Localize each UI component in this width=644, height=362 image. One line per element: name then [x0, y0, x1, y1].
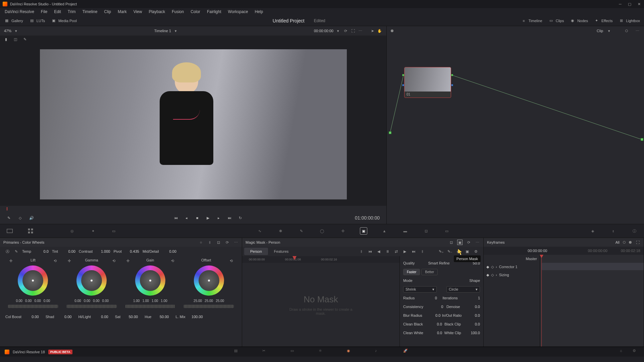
- kf-sizing-label[interactable]: Sizing: [499, 273, 509, 277]
- mm-overlay-icon[interactable]: ▣: [457, 240, 463, 245]
- node-graph[interactable]: 01: [387, 36, 644, 223]
- offset-reset-icon[interactable]: ⟲: [228, 258, 234, 263]
- image-wipe-icon[interactable]: ▮: [3, 37, 9, 42]
- menu-color[interactable]: Color: [191, 9, 200, 14]
- menu-app[interactable]: DaVinci Resolve: [5, 9, 34, 14]
- reset-icon[interactable]: ⟳: [224, 240, 230, 245]
- bars-mode-icon[interactable]: ⦀: [207, 240, 212, 245]
- mm-both-icon[interactable]: ⇄: [393, 249, 399, 254]
- key-icon[interactable]: ▬: [401, 227, 409, 235]
- mm-last-icon[interactable]: ⦀: [420, 249, 425, 254]
- stop-button[interactable]: ■: [194, 215, 201, 221]
- keyframe-mode-b-icon[interactable]: [629, 241, 632, 244]
- node-out-key[interactable]: [451, 84, 453, 86]
- timeline-toggle[interactable]: ≡Timeline: [521, 18, 542, 23]
- viewer-timecode[interactable]: 00:00:00:00: [314, 29, 333, 33]
- maximize-button[interactable]: ▢: [627, 2, 632, 6]
- hand-icon[interactable]: ✋: [377, 28, 382, 34]
- hue-input[interactable]: [153, 315, 169, 319]
- page-fairlight-icon[interactable]: ♪: [375, 349, 382, 355]
- whiteclip-input[interactable]: 100.0: [463, 331, 480, 335]
- scopes-icon[interactable]: ⫾: [610, 227, 617, 235]
- gain-jog[interactable]: [125, 305, 175, 308]
- window-icon[interactable]: ◯: [318, 227, 326, 235]
- gain-wheel[interactable]: [135, 265, 165, 296]
- magic-mask-icon[interactable]: ▣: [360, 227, 367, 235]
- menu-clip[interactable]: Clip: [104, 9, 111, 14]
- project-settings-icon[interactable]: ⚙: [633, 349, 639, 355]
- denoise-input[interactable]: 0.0: [463, 305, 480, 309]
- cleanwhite-input[interactable]: 0.0: [425, 331, 442, 335]
- mm-first-icon[interactable]: ⦀: [359, 249, 364, 254]
- color-warper-icon[interactable]: ❋: [277, 227, 284, 235]
- offset-wheel[interactable]: [194, 265, 224, 296]
- mm-stroke-sub-icon[interactable]: ✎₋: [447, 249, 452, 254]
- keyframe-mode-a-icon[interactable]: [623, 241, 626, 244]
- viewer-canvas[interactable]: [0, 43, 386, 206]
- mm-invert-icon[interactable]: ⊡: [448, 240, 454, 245]
- auto-balance-icon[interactable]: Ⓐ: [5, 249, 10, 254]
- menu-edit[interactable]: Edit: [54, 9, 61, 14]
- tracker-icon[interactable]: ✢: [339, 227, 346, 235]
- hilight-input[interactable]: [93, 315, 108, 319]
- node-in-key[interactable]: [402, 84, 404, 86]
- clip-dropdown-icon[interactable]: ▾: [606, 28, 612, 34]
- log-mode-icon[interactable]: ⊡: [216, 240, 221, 245]
- temp-input[interactable]: [33, 249, 49, 253]
- menu-help[interactable]: Help: [255, 9, 263, 14]
- lightbox-toggle[interactable]: ⊞Lightbox: [619, 18, 640, 23]
- kf-corrector-label[interactable]: Corrector 1: [499, 265, 518, 269]
- tab-person[interactable]: Person: [244, 248, 268, 255]
- lift-wheel[interactable]: [18, 265, 48, 296]
- kf-timeline[interactable]: [540, 255, 644, 347]
- menu-trim[interactable]: Trim: [68, 9, 76, 14]
- page-fusion-icon[interactable]: ⚛: [319, 349, 325, 355]
- gallery-button[interactable]: ▦Gallery: [4, 18, 23, 23]
- sizing-icon[interactable]: ⊡: [422, 227, 430, 235]
- keyframes-expand-icon[interactable]: ⛶: [635, 240, 640, 245]
- color-checker-icon[interactable]: [27, 227, 34, 235]
- last-frame-button[interactable]: ⏭: [226, 215, 233, 221]
- mm-revplay-icon[interactable]: ◀: [376, 249, 381, 254]
- nodes-more-icon[interactable]: ⋯: [635, 28, 640, 34]
- kf-lock2-icon[interactable]: ◇: [491, 273, 494, 277]
- home-icon[interactable]: ⌂: [620, 349, 627, 355]
- mute-icon[interactable]: 🔊: [28, 215, 35, 221]
- transport-timecode[interactable]: 01:00:00:00: [355, 215, 380, 221]
- menu-playback[interactable]: Playback: [149, 9, 165, 14]
- mm-more-icon[interactable]: ⋯: [475, 240, 480, 245]
- inout-input[interactable]: 0.0: [463, 313, 480, 317]
- viewer-more-icon[interactable]: ⋯: [358, 28, 363, 34]
- quality-better[interactable]: Better: [421, 269, 438, 275]
- menu-file[interactable]: File: [41, 9, 47, 14]
- zoom-dropdown-icon[interactable]: ▾: [13, 28, 19, 34]
- picker-icon[interactable]: ✎: [13, 249, 19, 254]
- menu-mark[interactable]: Mark: [118, 9, 127, 14]
- menu-workspace[interactable]: Workspace: [228, 9, 248, 14]
- camera-raw-icon[interactable]: [6, 227, 13, 235]
- page-cut-icon[interactable]: ✂: [262, 349, 269, 355]
- qualifier-icon[interactable]: ✎: [298, 227, 305, 235]
- kf-lock-icon[interactable]: ◇: [491, 265, 494, 269]
- node-in-rgb[interactable]: [402, 74, 404, 76]
- node-01[interactable]: 01: [404, 67, 451, 98]
- shape-select[interactable]: Circle▾: [446, 286, 480, 293]
- mm-next-icon[interactable]: ⏭: [411, 249, 416, 254]
- lift-reset-icon[interactable]: ⟲: [53, 258, 58, 263]
- step-back-button[interactable]: ◂: [183, 215, 190, 221]
- page-edit-icon[interactable]: ▭: [290, 349, 297, 355]
- gamma-reset-icon[interactable]: ⟲: [111, 258, 117, 263]
- iterations-input[interactable]: 1: [463, 296, 480, 300]
- graph-input-port[interactable]: [389, 131, 391, 134]
- pointer-icon[interactable]: ➤: [370, 28, 375, 34]
- highlight-icon[interactable]: ✎: [22, 37, 28, 42]
- mode-select[interactable]: Shrink▾: [403, 286, 437, 293]
- qualifier-picker-icon[interactable]: ✎: [5, 215, 12, 221]
- luts-button[interactable]: ▤LUTs: [29, 18, 45, 23]
- color-wheels-icon[interactable]: [48, 227, 55, 235]
- effects-toggle[interactable]: ✦Effects: [594, 18, 612, 23]
- bypass-icon[interactable]: ⟳: [343, 28, 348, 34]
- contrast-input[interactable]: [95, 249, 110, 253]
- quality-faster[interactable]: Faster: [403, 269, 420, 275]
- consistency-input[interactable]: 0: [426, 305, 443, 309]
